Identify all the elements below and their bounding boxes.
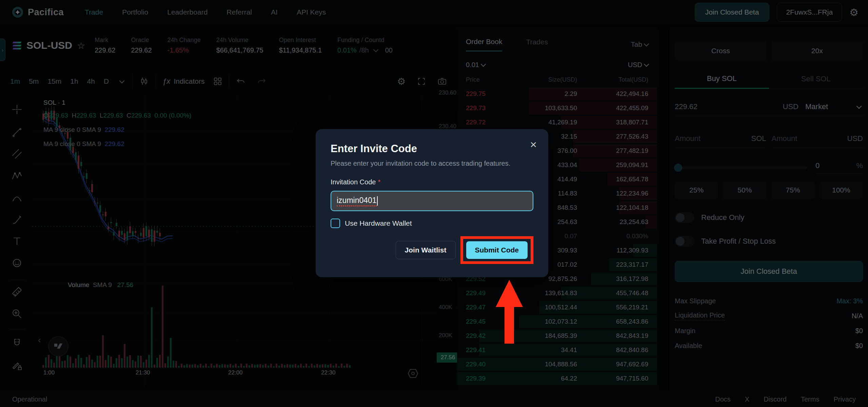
text-caret <box>377 196 378 206</box>
modal-subtitle: Please enter your invitation code to acc… <box>331 160 533 167</box>
close-icon[interactable]: × <box>530 139 537 150</box>
checkbox[interactable] <box>331 219 340 228</box>
invite-code-modal: Enter Invite Code × Please enter your in… <box>316 129 548 277</box>
join-waitlist-button[interactable]: Join Waitlist <box>396 241 456 259</box>
invitation-code-input[interactable]: izumin0401 <box>331 191 533 211</box>
invitation-code-label: Invitation Code* <box>331 178 533 186</box>
modal-title: Enter Invite Code <box>331 143 533 155</box>
submit-code-button[interactable]: Submit Code <box>466 241 528 259</box>
red-annotation-rectangle: Submit Code <box>460 236 534 264</box>
hardware-wallet-checkbox-row[interactable]: Use Hardware Wallet <box>331 219 533 228</box>
